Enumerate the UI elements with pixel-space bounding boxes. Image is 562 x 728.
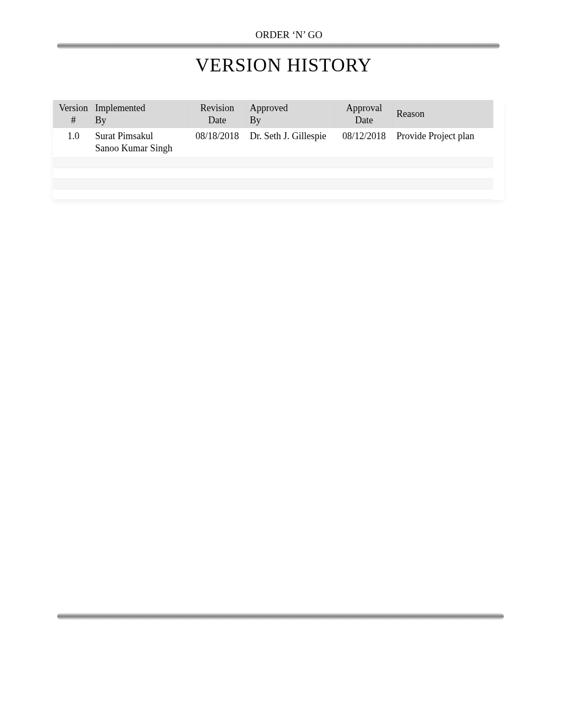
cell-implemented-line2: Sanoo Kumar Singh [95,142,185,154]
cell-version [53,189,94,199]
cell-revision-date [188,157,247,168]
header-implemented-line1: Implemented [95,102,185,114]
table-row [53,189,493,199]
table-row [53,157,493,168]
cell-revision-date [188,168,247,178]
cell-approved-by [247,178,334,189]
document-header: ORDER ‘N’ GO [53,29,504,41]
header-revision-line2: Date [191,114,243,126]
header-approval-line2: Date [338,114,390,126]
table-row [53,168,493,178]
divider-bottom [57,613,504,620]
cell-approved-by: Dr. Seth J. Gillespie [247,128,334,157]
header-approved-by: Approved By [247,100,334,128]
cell-approved-by [247,157,334,168]
cell-implemented-by [94,157,188,168]
cell-revision-date [188,178,247,189]
header-version-line2: # [56,114,91,126]
table-row [53,178,493,189]
version-history-table: Version # Implemented By Revision Date A… [53,100,493,200]
cell-version [53,168,94,178]
cell-approved-by [247,168,334,178]
cell-approval-date: 08/12/2018 [334,128,393,157]
header-revision-line1: Revision [191,102,243,114]
cell-approval-date [334,168,393,178]
cell-reason [393,168,493,178]
header-version: Version # [53,100,94,128]
cell-approval-date [334,157,393,168]
cell-implemented-by [94,178,188,189]
cell-reason [393,178,493,189]
cell-implemented-by [94,189,188,199]
cell-version [53,178,94,189]
cell-reason [393,189,493,199]
header-implemented-line2: By [95,114,185,126]
header-approval-line1: Approval [338,102,390,114]
cell-revision-date: 08/18/2018 [188,128,247,157]
cell-implemented-by: Surat Pimsakul Sanoo Kumar Singh [94,128,188,157]
header-implemented-by: Implemented By [94,100,188,128]
cell-approval-date [334,189,393,199]
header-approved-line1: Approved [250,102,331,114]
cell-approved-by [247,189,334,199]
cell-revision-date [188,189,247,199]
cell-approval-date [334,178,393,189]
header-reason: Reason [393,100,493,128]
cell-reason: Provide Project plan [393,128,493,157]
page-title: VERSION HISTORY [53,54,504,76]
cell-version [53,157,94,168]
header-version-line1: Version [56,102,91,114]
header-approved-line2: By [250,114,331,126]
cell-implemented-by [94,168,188,178]
version-history-table-container: Version # Implemented By Revision Date A… [53,100,504,200]
cell-implemented-line1: Surat Pimsakul [95,130,185,142]
cell-reason [393,157,493,168]
divider-top [57,43,500,49]
table-header-row: Version # Implemented By Revision Date A… [53,100,493,128]
cell-version: 1.0 [53,128,94,157]
table-row: 1.0 Surat Pimsakul Sanoo Kumar Singh 08/… [53,128,493,157]
header-revision-date: Revision Date [188,100,247,128]
header-reason-line1: Reason [396,108,490,120]
header-approval-date: Approval Date [334,100,393,128]
